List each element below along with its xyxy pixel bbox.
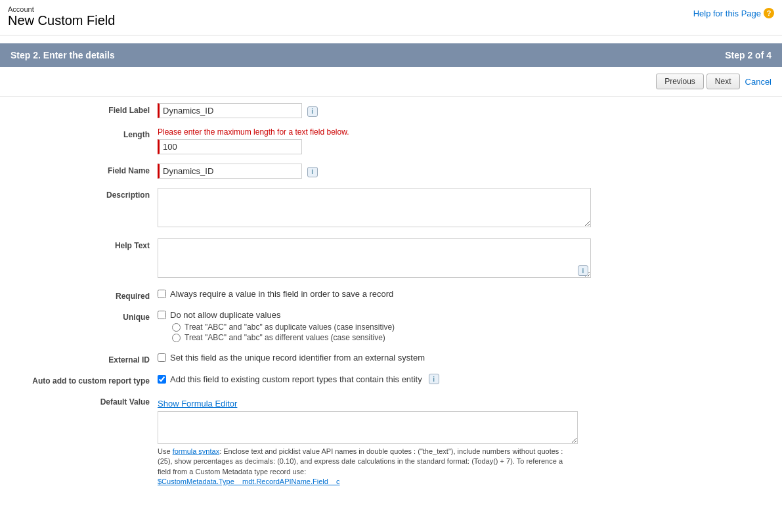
help-text-row: Help Text i xyxy=(13,238,769,280)
custom-metadata-link[interactable]: $CustomMetadata.Type__mdt.RecordAPIName.… xyxy=(158,477,340,485)
default-value-row: Default Value Show Formula Editor Use fo… xyxy=(13,395,769,487)
help-link-text: Help for this Page xyxy=(693,9,761,18)
help-link[interactable]: Help for this Page ? xyxy=(693,8,774,18)
unique-label: Unique xyxy=(13,310,158,322)
auto-add-label: Auto add to custom report type xyxy=(13,374,158,386)
cancel-link[interactable]: Cancel xyxy=(745,77,771,87)
step-header-left: Step 2. Enter the details xyxy=(11,50,115,60)
description-row: Description xyxy=(13,188,769,229)
external-id-checkbox-label: Set this field as the unique record iden… xyxy=(170,353,425,363)
formula-textarea[interactable] xyxy=(158,411,578,444)
unique-checkbox-label: Do not allow duplicate values xyxy=(170,310,280,320)
help-text-label: Help Text xyxy=(13,238,158,250)
auto-add-checkbox-label: Add this field to existing custom report… xyxy=(170,374,422,384)
help-text-info-icon[interactable]: i xyxy=(578,265,588,276)
required-checkbox[interactable] xyxy=(158,290,166,298)
required-label: Required xyxy=(13,289,158,301)
page-title: New Custom Field xyxy=(8,13,115,28)
description-label: Description xyxy=(13,188,158,200)
field-label-input[interactable] xyxy=(158,103,302,118)
length-row: Length Please enter the maximum length f… xyxy=(13,127,769,154)
field-label-row: Field Label i xyxy=(13,103,769,118)
field-name-row: Field Name i xyxy=(13,164,769,179)
formula-syntax-link[interactable]: formula syntax xyxy=(173,447,220,455)
auto-add-info-icon[interactable]: i xyxy=(429,374,439,384)
step-header-bar: Step 2. Enter the details Step 2 of 4 xyxy=(0,43,782,67)
field-label-label: Field Label xyxy=(13,103,158,115)
required-row: Required Always require a value in this … xyxy=(13,289,769,301)
previous-button[interactable]: Previous xyxy=(656,74,704,89)
show-formula-editor-link[interactable]: Show Formula Editor xyxy=(158,399,237,409)
formula-help-text: Use formula syntax: Enclose text and pic… xyxy=(158,447,578,487)
auto-add-checkbox[interactable] xyxy=(158,375,166,384)
step-header-right: Step 2 of 4 xyxy=(725,50,771,60)
length-label: Length xyxy=(13,127,158,139)
case-insensitive-label: Treat "ABC" and "abc" as duplicate value… xyxy=(185,322,395,332)
external-id-checkbox[interactable] xyxy=(158,353,166,362)
description-textarea[interactable] xyxy=(158,188,591,227)
length-input[interactable] xyxy=(158,139,302,154)
field-name-label: Field Name xyxy=(13,164,158,175)
help-icon: ? xyxy=(764,8,774,18)
help-text-textarea[interactable] xyxy=(158,238,591,278)
button-bar: Previous Next Cancel xyxy=(0,67,782,97)
unique-row: Unique Do not allow duplicate values Tre… xyxy=(13,310,769,344)
field-name-input[interactable] xyxy=(158,164,302,179)
external-id-label: External ID xyxy=(13,353,158,365)
case-sensitive-label: Treat "ABC" and "abc" as different value… xyxy=(185,333,385,342)
case-sensitive-radio[interactable] xyxy=(172,334,181,342)
next-button[interactable]: Next xyxy=(706,74,740,89)
unique-checkbox[interactable] xyxy=(158,311,166,319)
required-checkbox-label: Always require a value in this field in … xyxy=(170,289,393,299)
case-insensitive-radio[interactable] xyxy=(172,323,181,332)
field-label-info-icon[interactable]: i xyxy=(307,106,318,117)
external-id-row: External ID Set this field as the unique… xyxy=(13,353,769,365)
length-notice: Please enter the maximum length for a te… xyxy=(158,127,769,137)
account-label: Account xyxy=(8,5,115,13)
field-name-info-icon[interactable]: i xyxy=(307,167,318,177)
default-value-label: Default Value xyxy=(13,395,158,407)
auto-add-row: Auto add to custom report type Add this … xyxy=(13,374,769,386)
